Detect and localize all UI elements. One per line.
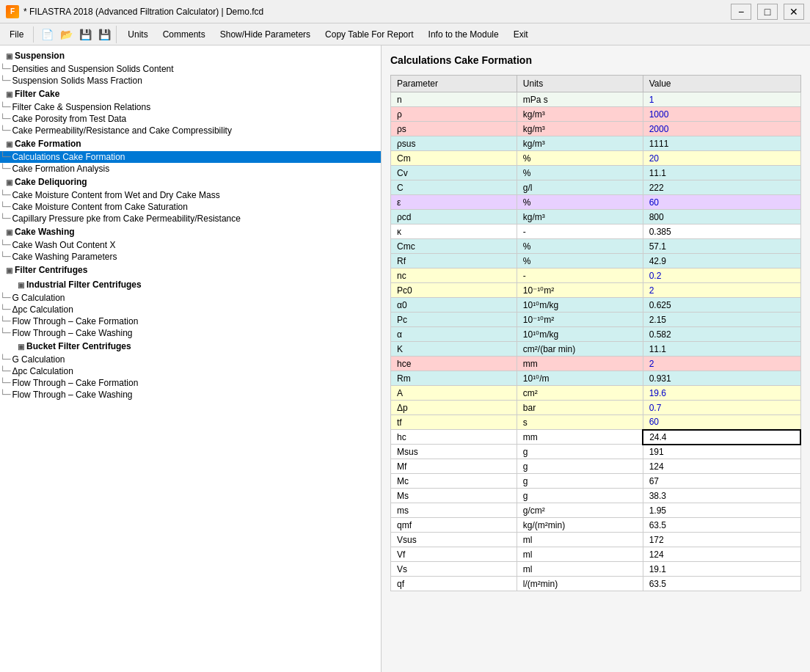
restore-button[interactable]: □ (757, 4, 778, 20)
minimize-button[interactable]: − (731, 4, 751, 20)
value-cell[interactable]: 2 (643, 357, 800, 371)
value-cell[interactable]: 0.625 (643, 298, 800, 313)
file-menu[interactable]: File (3, 26, 30, 43)
dpc-calc-ind-label: Δpc Calculation (12, 304, 73, 315)
value-cell[interactable]: 1 (643, 92, 800, 107)
industrial-filter-label: Industrial Filter Centrifuges (26, 280, 142, 290)
sidebar-item-cake-moisture-wet-dry[interactable]: └─ Cake Moisture Content from Wet and Dr… (0, 189, 381, 201)
value-cell[interactable]: 11.1 (643, 342, 800, 357)
value-cell[interactable]: 0.385 (643, 224, 800, 239)
expand-icon-suspension: ▣ (3, 50, 15, 62)
table-row: Vsml19.1 (391, 562, 801, 577)
value-cell[interactable]: 0.931 (643, 371, 800, 386)
units-cell: s (517, 415, 643, 430)
sidebar-item-cake-wash-out[interactable]: └─ Cake Wash Out Content X (0, 239, 381, 251)
value-cell[interactable]: 0.582 (643, 327, 800, 342)
value-cell[interactable]: 0.2 (643, 269, 800, 283)
value-cell[interactable]: 60 (643, 415, 800, 430)
value-cell[interactable]: 0.7 (643, 401, 800, 415)
value-cell[interactable]: 19.6 (643, 386, 800, 401)
sidebar-item-densities[interactable]: └─ Densities and Suspension Solids Conte… (0, 63, 381, 75)
sidebar-item-flow-cake-bkt[interactable]: └─ Flow Through – Cake Formation (0, 377, 381, 389)
value-cell[interactable]: 124 (643, 547, 800, 562)
value-cell[interactable]: 1000 (643, 107, 800, 122)
value-cell[interactable]: 191 (643, 445, 800, 459)
value-cell[interactable]: 2.15 (643, 313, 800, 327)
filter-cake-relations-label: Filter Cake & Suspension Relations (12, 102, 150, 112)
sidebar-item-flow-cake-ind[interactable]: └─ Flow Through – Cake Formation (0, 315, 381, 327)
sidebar-item-suspension[interactable]: ▣ Suspension (0, 48, 381, 63)
expand-icon-filter-cake: ▣ (3, 88, 15, 100)
value-cell[interactable]: 42.9 (643, 254, 800, 269)
sidebar-item-g-calc-bkt[interactable]: └─ G Calculation (0, 354, 381, 365)
table-row: Mfg124 (391, 459, 801, 474)
exit-menu[interactable]: Exit (507, 26, 535, 43)
densities-label: Densities and Suspension Solids Content (12, 64, 173, 74)
open-icon[interactable]: 📂 (57, 26, 75, 43)
table-row: ρkg/m³1000 (391, 107, 801, 122)
param-cell: ms (391, 503, 517, 518)
sidebar-item-cake-washing-params[interactable]: └─ Cake Washing Parameters (0, 251, 381, 263)
value-cell[interactable]: 63.5 (643, 518, 800, 533)
sidebar-item-filter-cake-relations[interactable]: └─ Filter Cake & Suspension Relations (0, 101, 381, 113)
save-icon[interactable]: 💾 (76, 26, 94, 43)
sidebar-item-dpc-calc-ind[interactable]: └─ Δpc Calculation (0, 304, 381, 315)
sidebar-item-cake-porosity[interactable]: └─ Cake Porosity from Test Data (0, 113, 381, 125)
sidebar-item-cake-washing[interactable]: ▣ Cake Washing (0, 224, 381, 239)
title-bar-left: F * FILASTRA 2018 (Advanced Filtration C… (6, 5, 263, 18)
table-row: Kcm²/(bar min)11.1 (391, 342, 801, 357)
sidebar-item-flow-wash-ind[interactable]: └─ Flow Through – Cake Washing (0, 327, 381, 339)
units-menu[interactable]: Units (121, 26, 154, 43)
value-cell[interactable]: 800 (643, 210, 800, 224)
filter-cake-label: Filter Cake (15, 89, 59, 99)
close-button[interactable]: ✕ (784, 4, 804, 20)
value-cell[interactable]: 67 (643, 474, 800, 489)
calc-cake-formation-label: Calculations Cake Formation (12, 152, 125, 162)
table-row: Rf%42.9 (391, 254, 801, 269)
value-cell[interactable]: 60 (643, 195, 800, 210)
table-row: Pc10⁻¹⁰m²2.15 (391, 313, 801, 327)
sidebar-item-capillary-pressure[interactable]: └─ Capillary Pressure pke from Cake Perm… (0, 213, 381, 224)
sidebar-item-cake-permeability[interactable]: └─ Cake Permeability/Resistance and Cake… (0, 125, 381, 136)
value-cell[interactable]: 222 (643, 180, 800, 195)
value-cell[interactable]: 2000 (643, 122, 800, 136)
sidebar-item-bucket-filter[interactable]: ▣ Bucket Filter Centrifuges (0, 339, 381, 354)
sidebar-item-solids-mass[interactable]: └─ Suspension Solids Mass Fraction (0, 75, 381, 87)
value-cell[interactable]: 19.1 (643, 562, 800, 577)
sidebar-item-calc-cake-formation[interactable]: └─ Calculations Cake Formation (0, 151, 381, 163)
cake-washing-label: Cake Washing (15, 227, 75, 237)
sidebar-item-filter-cake[interactable]: ▣ Filter Cake (0, 87, 381, 101)
value-cell[interactable]: 20 (643, 151, 800, 166)
show-hide-params-menu[interactable]: Show/Hide Parameters (214, 26, 317, 43)
table-row: Δpbar0.7 (391, 401, 801, 415)
new-icon[interactable]: 📄 (38, 26, 56, 43)
comments-menu[interactable]: Comments (156, 26, 212, 43)
value-cell[interactable]: 24.4 (643, 430, 800, 445)
value-cell[interactable]: 1111 (643, 136, 800, 151)
value-cell[interactable]: 38.3 (643, 489, 800, 503)
sidebar-item-flow-wash-bkt[interactable]: └─ Flow Through – Cake Washing (0, 389, 381, 401)
value-cell[interactable]: 2 (643, 283, 800, 298)
table-row: ρsuskg/m³1111 (391, 136, 801, 151)
value-cell[interactable]: 63.5 (643, 577, 800, 591)
value-cell[interactable]: 1.95 (643, 503, 800, 518)
sidebar-item-cake-deliquoring[interactable]: ▣ Cake Deliquoring (0, 175, 381, 189)
sidebar-item-cake-formation-analysis[interactable]: └─ Cake Formation Analysis (0, 163, 381, 175)
sidebar-item-g-calc-ind[interactable]: └─ G Calculation (0, 292, 381, 304)
value-cell[interactable]: 11.1 (643, 166, 800, 180)
sidebar-item-cake-formation[interactable]: ▣ Cake Formation (0, 136, 381, 151)
cake-deliquoring-label: Cake Deliquoring (15, 177, 87, 187)
value-cell[interactable]: 57.1 (643, 239, 800, 254)
copy-table-menu[interactable]: Copy Table For Report (318, 26, 420, 43)
table-row: κ-0.385 (391, 224, 801, 239)
param-cell: Cm (391, 151, 517, 166)
sidebar-item-filter-centrifuges[interactable]: ▣ Filter Centrifuges (0, 263, 381, 277)
info-module-menu[interactable]: Info to the Module (422, 26, 506, 43)
sidebar-item-industrial-filter[interactable]: ▣ Industrial Filter Centrifuges (0, 277, 381, 292)
sidebar-item-dpc-calc-bkt[interactable]: └─ Δpc Calculation (0, 365, 381, 377)
save-as-icon[interactable]: 💾 (95, 26, 113, 43)
value-cell[interactable]: 124 (643, 459, 800, 474)
units-cell: g/l (517, 180, 643, 195)
value-cell[interactable]: 172 (643, 533, 800, 547)
sidebar-item-cake-moisture-saturation[interactable]: └─ Cake Moisture Content from Cake Satur… (0, 201, 381, 213)
